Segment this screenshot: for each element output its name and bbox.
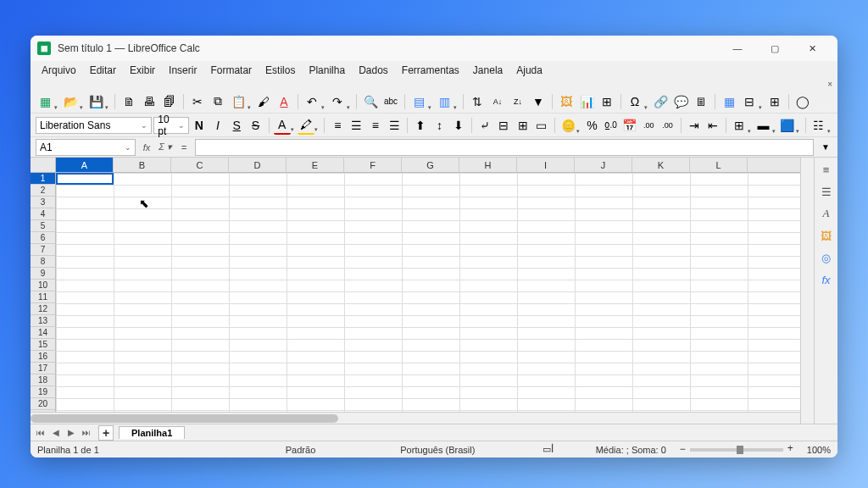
sum-icon[interactable]: Σ ▾	[158, 140, 173, 155]
clone-formatting-icon[interactable]: 🖌	[254, 92, 273, 111]
clear-formatting-icon[interactable]: A	[275, 92, 293, 111]
add-sheet-button[interactable]: +	[98, 425, 114, 441]
menu-ferramentas[interactable]: Ferramentas	[396, 63, 465, 78]
column-header[interactable]: F	[344, 158, 402, 172]
font-name-input[interactable]: Liberation Sans⌄	[36, 117, 152, 134]
row-header[interactable]: 7	[31, 244, 56, 256]
row-icon[interactable]: ▤	[409, 92, 428, 111]
row-header[interactable]: 12	[31, 303, 56, 315]
gallery-icon[interactable]: 🖼	[818, 227, 835, 244]
autofilter-icon[interactable]: ▼	[529, 92, 548, 111]
add-decimal-icon[interactable]: .00	[640, 116, 657, 135]
insert-mode-indicator[interactable]: ▭ꟾ	[542, 444, 554, 455]
row-header[interactable]: 20	[31, 398, 56, 410]
print-preview-icon[interactable]: 🗐	[160, 92, 179, 111]
horizontal-scrollbar[interactable]	[31, 412, 800, 424]
pivot-table-icon[interactable]: ⊞	[598, 92, 616, 111]
hyperlink-icon[interactable]: 🔗	[651, 92, 670, 111]
date-format-icon[interactable]: 📅	[621, 116, 638, 135]
row-header[interactable]: 4	[31, 208, 56, 220]
redo-icon[interactable]: ↷	[328, 92, 347, 111]
first-sheet-icon[interactable]: ⏮	[34, 426, 47, 440]
italic-icon[interactable]: I	[209, 116, 226, 135]
language-indicator[interactable]: Português (Brasil)	[400, 445, 475, 455]
menu-planilha[interactable]: Planilha	[303, 63, 351, 78]
row-header[interactable]: 17	[31, 363, 56, 374]
styles-icon[interactable]: A	[818, 205, 835, 222]
currency-icon[interactable]: 🪙	[559, 116, 576, 135]
column-header[interactable]: C	[171, 158, 229, 172]
cell-style-indicator[interactable]: Padrão	[286, 445, 315, 455]
border-style-icon[interactable]: ▬	[754, 116, 771, 135]
insert-image-icon[interactable]: 🖼	[557, 92, 576, 111]
save-icon[interactable]: 💾	[86, 92, 105, 111]
open-icon[interactable]: 📂	[61, 92, 80, 111]
sheet-tab-1[interactable]: Planilha1	[119, 426, 185, 439]
zoom-slider[interactable]	[690, 448, 783, 452]
split-window-icon[interactable]: ⊞	[765, 92, 784, 111]
row-header[interactable]: 2	[31, 185, 56, 197]
column-header[interactable]: D	[229, 158, 287, 172]
menu-arquivo[interactable]: Arquivo	[36, 63, 82, 78]
zoom-level[interactable]: 100%	[807, 445, 831, 455]
define-area-icon[interactable]: ▦	[720, 92, 738, 111]
header-footer-icon[interactable]: 🗏	[692, 92, 710, 111]
select-all-corner[interactable]	[31, 158, 56, 172]
column-icon[interactable]: ▥	[435, 92, 453, 111]
spellcheck-icon[interactable]: abc	[381, 92, 400, 111]
cells-area[interactable]	[56, 173, 800, 412]
menu-formatar[interactable]: Formatar	[204, 63, 258, 78]
sidebar-menu-icon[interactable]: ≡	[818, 161, 835, 178]
align-justify-icon[interactable]: ☰	[386, 116, 403, 135]
draw-functions-icon[interactable]: ◯	[793, 92, 812, 111]
highlight-color-icon[interactable]: 🖍	[298, 116, 314, 135]
cell-reference-input[interactable]: A1⌄	[36, 139, 136, 156]
prev-sheet-icon[interactable]: ◀	[49, 426, 63, 440]
menu-exibir[interactable]: Exibir	[124, 63, 161, 78]
align-right-icon[interactable]: ≡	[367, 116, 384, 135]
next-sheet-icon[interactable]: ▶	[64, 426, 78, 440]
row-header[interactable]: 3	[31, 197, 56, 208]
menu-dados[interactable]: Dados	[353, 63, 394, 78]
spreadsheet-grid[interactable]: ABCDEFGHIJKL 123456789101112131415161718…	[31, 158, 800, 424]
minimize-button[interactable]: —	[719, 36, 756, 60]
menu-inserir[interactable]: Inserir	[163, 63, 203, 78]
bold-icon[interactable]: N	[191, 116, 208, 135]
sort-asc-icon[interactable]: A↓	[488, 92, 507, 111]
row-header[interactable]: 5	[31, 220, 56, 232]
column-header[interactable]: E	[287, 158, 344, 172]
font-size-input[interactable]: 10 pt⌄	[153, 117, 188, 134]
decrease-indent-icon[interactable]: ⇤	[704, 116, 721, 135]
borders-icon[interactable]: ⊞	[731, 116, 748, 135]
align-left-icon[interactable]: ≡	[329, 116, 346, 135]
print-icon[interactable]: 🖶	[140, 92, 159, 111]
wrap-text-icon[interactable]: ⤶	[476, 116, 493, 135]
column-header[interactable]: B	[114, 158, 171, 172]
functions-icon[interactable]: fx	[818, 271, 835, 288]
close-document-button[interactable]: ×	[827, 80, 832, 90]
align-bottom-icon[interactable]: ⬇	[450, 116, 467, 135]
insert-chart-icon[interactable]: 📊	[577, 92, 596, 111]
copy-icon[interactable]: ⧉	[209, 92, 227, 111]
row-header[interactable]: 6	[31, 232, 56, 244]
formula-expand-icon[interactable]: ▼	[819, 139, 832, 156]
column-header[interactable]: A	[56, 158, 114, 172]
last-sheet-icon[interactable]: ⏭	[80, 426, 93, 440]
row-header[interactable]: 13	[31, 315, 56, 327]
conditional-format-icon[interactable]: ☷	[810, 116, 827, 135]
column-header[interactable]: K	[632, 158, 690, 172]
export-pdf-icon[interactable]: 🗎	[120, 92, 138, 111]
column-header[interactable]: G	[402, 158, 459, 172]
row-header[interactable]: 14	[31, 327, 56, 339]
align-middle-icon[interactable]: ↕	[431, 116, 448, 135]
row-header[interactable]: 10	[31, 280, 56, 291]
freeze-icon[interactable]: ⊟	[740, 92, 759, 111]
vertical-scrollbar[interactable]	[800, 158, 814, 424]
font-color-icon[interactable]: A	[274, 116, 291, 135]
column-header[interactable]: J	[575, 158, 632, 172]
row-header[interactable]: 18	[31, 374, 56, 386]
sort-desc-icon[interactable]: Z↓	[509, 92, 527, 111]
comment-icon[interactable]: 💬	[671, 92, 690, 111]
row-header[interactable]: 16	[31, 351, 56, 363]
unmerge-cells-icon[interactable]: ⊞	[514, 116, 531, 135]
